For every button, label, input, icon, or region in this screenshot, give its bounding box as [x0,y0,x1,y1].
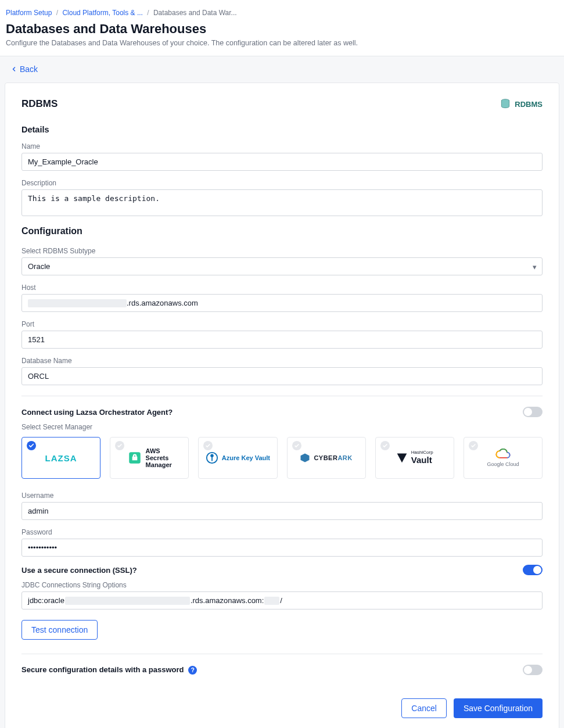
breadcrumb-3: Databases and Data War... [153,9,237,17]
vault-icon [396,452,408,464]
username-input[interactable] [21,502,543,520]
secure-question: Secure configuration details with a pass… [21,665,197,675]
secret-vault[interactable]: HashiCorp Vault [375,437,454,479]
svg-marker-5 [301,454,310,462]
info-icon[interactable]: ? [188,666,197,675]
chevron-left-icon [10,66,17,73]
cyberark-icon [300,453,310,463]
check-icon [203,441,213,450]
database-icon [500,98,511,110]
page-subtitle: Configure the Databases and Data Warehou… [6,39,558,47]
secret-aws[interactable]: AWS Secrets Manager [110,437,189,479]
secret-manager-label: Select Secret Manager [21,423,543,431]
subtype-label: Select RDBMS Subtype [21,247,543,255]
rdbms-card: RDBMS RDBMS Details Name Description Thi… [5,83,559,728]
description-label: Description [21,179,543,187]
port-input[interactable] [21,331,543,349]
azure-keyvault-icon [206,451,218,464]
page-title: Databases and Data Warehouses [6,21,558,37]
dbname-input[interactable] [21,367,543,385]
ssl-toggle[interactable] [523,565,543,575]
check-icon [292,441,301,450]
secret-gcloud[interactable]: Google Cloud [464,437,543,479]
svg-rect-4 [211,457,213,461]
name-label: Name [21,142,543,150]
rdbms-tag: RDBMS [500,98,543,110]
secure-toggle[interactable] [523,665,543,675]
google-cloud-icon [495,449,511,460]
description-input[interactable]: This is a sample description. [21,189,543,216]
check-icon [469,441,478,450]
back-button[interactable]: Back [10,64,38,74]
jdbc-label: JDBC Connections String Options [21,581,543,589]
name-input[interactable] [21,153,543,171]
host-input[interactable]: .rds.amazonaws.com [21,294,543,312]
test-connection-button[interactable]: Test connection [21,620,98,640]
check-icon [27,441,36,450]
cancel-button[interactable]: Cancel [401,698,447,718]
secret-lazsa[interactable]: LAZSA [21,437,100,479]
password-label: Password [21,528,543,536]
svg-marker-6 [397,453,407,462]
card-title: RDBMS [21,98,58,110]
check-icon [380,441,390,450]
save-configuration-button[interactable]: Save Configuration [454,698,543,718]
password-input[interactable] [21,539,543,557]
jdbc-input[interactable]: jdbc:oracle.rds.amazonaws.com:/ [21,591,543,609]
breadcrumb-1[interactable]: Platform Setup [6,9,52,17]
ssl-question: Use a secure connection (SSL)? [21,566,137,575]
aws-secrets-icon [127,450,142,465]
username-label: Username [21,492,543,500]
breadcrumb-2[interactable]: Cloud Platform, Tools & ... [62,9,143,17]
configuration-heading: Configuration [21,226,543,236]
secret-azure[interactable]: Azure Key Vault [198,437,277,479]
orchestrator-question: Connect using Lazsa Orchestrator Agent? [21,408,173,417]
subtype-select[interactable]: Oracle [21,257,543,275]
orchestrator-toggle[interactable] [523,407,543,417]
breadcrumb: Platform Setup / Cloud Platform, Tools &… [6,9,558,17]
dbname-label: Database Name [21,357,543,365]
check-icon [115,441,124,450]
details-heading: Details [21,125,543,134]
port-label: Port [21,320,543,328]
secret-cyberark[interactable]: CYBERARK [287,437,366,479]
host-label: Host [21,284,543,292]
